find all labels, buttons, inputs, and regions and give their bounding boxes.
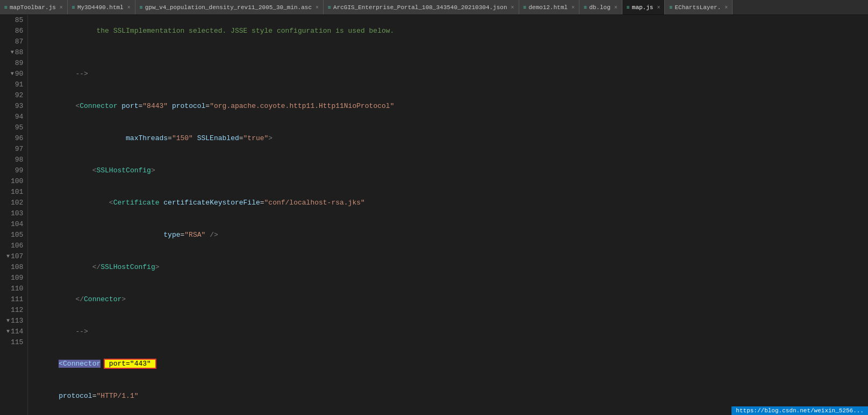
- status-url: https://blog.csdn.net/weixin_5256...: [736, 407, 864, 414]
- code-line-95: -->: [33, 316, 868, 348]
- tab-label: map.js: [632, 4, 654, 11]
- code-line-85: the SSLImplementation selected. JSSE sty…: [33, 15, 868, 47]
- code-line-90: <SSLHostConfig>: [33, 155, 868, 187]
- tab-icon: ≡: [627, 5, 630, 11]
- tab-mapToolbar[interactable]: ≡ mapToolbar.js ×: [0, 0, 68, 15]
- code-line-87: -->: [33, 58, 868, 90]
- code-line-88: <Connector port="8443" protocol="org.apa…: [33, 90, 868, 122]
- tab-icon: ≡: [328, 5, 331, 11]
- tab-label: My3D4490.html: [77, 4, 124, 11]
- status-bar: https://blog.csdn.net/weixin_5256...: [731, 406, 868, 415]
- tab-gpw[interactable]: ≡ gpw_v4_population_density_rev11_2005_3…: [135, 0, 324, 15]
- close-icon[interactable]: ×: [571, 5, 575, 11]
- close-icon[interactable]: ×: [127, 5, 131, 11]
- tab-icon: ≡: [523, 5, 527, 11]
- code-line-92: type="RSA" />: [33, 219, 868, 251]
- code-line-93: </SSLHostConfig>: [33, 251, 868, 283]
- tab-db[interactable]: ≡ db.log ×: [579, 0, 622, 15]
- line-numbers: 85 86 87 ▼88 89 ▼90 91 92 93 94 95 96 97…: [0, 15, 28, 415]
- code-line-94: </Connector>: [33, 283, 868, 316]
- code-line-96: <Connector port="443": [33, 348, 868, 380]
- tab-icon: ≡: [584, 5, 587, 11]
- code-content[interactable]: the SSLImplementation selected. JSSE sty…: [28, 15, 868, 415]
- tab-label: EChartsLayer.: [675, 4, 721, 11]
- tab-icon: ≡: [140, 5, 143, 11]
- tab-icon: ≡: [669, 5, 672, 11]
- code-line-86: [33, 47, 868, 58]
- tab-label: gpw_v4_population_density_rev11_2005_30_…: [145, 4, 312, 11]
- tab-label: db.log: [589, 4, 611, 11]
- close-icon[interactable]: ×: [315, 5, 319, 11]
- tab-echarts[interactable]: ≡ EChartsLayer. ×: [665, 0, 733, 15]
- close-icon[interactable]: ×: [60, 5, 63, 11]
- tab-map[interactable]: ≡ map.js ×: [622, 0, 665, 15]
- tab-bar[interactable]: ≡ mapToolbar.js × ≡ My3D4490.html × ≡ gp…: [0, 0, 868, 15]
- tab-arcgis[interactable]: ≡ ArcGIS_Enterprise_Portal_108_343540_20…: [324, 0, 519, 15]
- tab-label: ArcGIS_Enterprise_Portal_108_343540_2021…: [333, 4, 507, 11]
- tab-demo12[interactable]: ≡ demo12.html ×: [519, 0, 580, 15]
- tab-label: mapToolbar.js: [10, 4, 56, 11]
- editor-area: 85 86 87 ▼88 89 ▼90 91 92 93 94 95 96 97…: [0, 15, 868, 415]
- code-line-89: maxThreads="150" SSLEnabled="true">: [33, 122, 868, 155]
- code-line-91: <Certificate certificateKeystoreFile="co…: [33, 187, 868, 219]
- close-icon[interactable]: ×: [724, 5, 728, 11]
- tab-icon: ≡: [4, 5, 8, 11]
- tab-my3d[interactable]: ≡ My3D4490.html ×: [68, 0, 135, 15]
- close-icon[interactable]: ×: [614, 5, 618, 11]
- close-icon[interactable]: ×: [657, 5, 660, 11]
- close-icon[interactable]: ×: [511, 5, 514, 11]
- tab-icon: ≡: [72, 5, 75, 11]
- tab-label: demo12.html: [529, 4, 568, 11]
